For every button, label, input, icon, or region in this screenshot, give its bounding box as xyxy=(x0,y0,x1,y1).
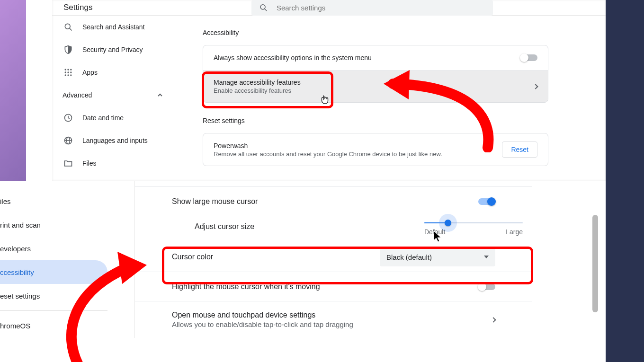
svg-point-0 xyxy=(261,5,266,9)
cursor-color-select[interactable]: Black (default) xyxy=(380,247,495,266)
slider-label: Adjust cursor size xyxy=(195,222,254,231)
svg-point-12 xyxy=(70,74,72,76)
sidebar-item-label: Languages and inputs xyxy=(82,137,148,144)
row-show-large-cursor[interactable]: Show large mouse cursor xyxy=(135,186,532,216)
settings-window-bottom: iles rint and scan evelopers ccessibilit… xyxy=(0,181,599,362)
accessibility-section-title: Accessibility xyxy=(203,29,548,36)
row-sublabel: Allows you to enable/disable tap-to-clic… xyxy=(172,320,353,328)
sidebar-item-print-scan[interactable]: rint and scan xyxy=(0,213,107,237)
reset-button[interactable]: Reset xyxy=(502,141,537,158)
row-label: Manage accessibility features xyxy=(214,79,301,86)
desktop-wallpaper-left xyxy=(0,0,26,181)
svg-point-11 xyxy=(67,74,69,76)
toggle-highlight-cursor[interactable] xyxy=(478,283,495,290)
reset-card: Powerwash Remove all user accounts and r… xyxy=(203,133,548,166)
sidebar-item-files-b[interactable]: iles xyxy=(0,189,107,213)
svg-point-6 xyxy=(70,69,72,71)
sidebar-item-label: Security and Privacy xyxy=(82,46,143,53)
accessibility-card: Always show accessibility options in the… xyxy=(203,45,548,103)
folder-icon xyxy=(63,159,73,168)
apps-grid-icon xyxy=(63,68,73,77)
select-value: Black (default) xyxy=(386,253,432,261)
row-label: Highlight the mouse cursor when it's mov… xyxy=(172,283,320,291)
search-icon xyxy=(259,3,268,12)
row-powerwash: Powerwash Remove all user accounts and r… xyxy=(203,133,548,166)
sidebar-separator xyxy=(0,310,107,311)
settings-header: Settings xyxy=(52,0,606,16)
sidebar-item-languages[interactable]: Languages and inputs xyxy=(52,129,175,152)
search-field[interactable] xyxy=(251,0,493,16)
sidebar-top: Search and Assistant Security and Privac… xyxy=(52,16,175,175)
content-top: Accessibility Always show accessibility … xyxy=(203,16,548,166)
svg-line-1 xyxy=(265,9,267,11)
svg-line-3 xyxy=(70,28,72,31)
sidebar-item-reset-settings[interactable]: eset settings xyxy=(0,284,107,308)
cursor-color-label: Cursor color xyxy=(172,253,213,261)
row-label: Always show accessibility options in the… xyxy=(214,54,372,62)
svg-point-4 xyxy=(65,69,66,71)
svg-point-10 xyxy=(65,74,66,76)
row-adjust-cursor-size: Adjust cursor size Default Large xyxy=(135,216,532,242)
sidebar-item-label: Date and time xyxy=(82,114,124,122)
sidebar-advanced-toggle[interactable]: Advanced xyxy=(52,84,175,106)
svg-point-9 xyxy=(70,71,72,73)
sidebar-item-date-time[interactable]: Date and time xyxy=(52,106,175,129)
settings-title: Settings xyxy=(63,3,92,12)
row-cursor-color: Cursor color Black (default) xyxy=(135,242,532,272)
svg-point-5 xyxy=(67,69,69,71)
advanced-label: Advanced xyxy=(63,91,92,99)
svg-point-7 xyxy=(65,71,66,73)
svg-point-2 xyxy=(65,24,70,29)
row-sublabel: Enable accessibility features xyxy=(214,87,301,94)
row-always-show-accessibility[interactable]: Always show accessibility options in the… xyxy=(203,45,548,70)
desktop-wallpaper-right xyxy=(606,0,644,362)
dropdown-icon xyxy=(484,256,489,258)
sidebar-item-files[interactable]: Files xyxy=(52,152,175,175)
cursor-size-slider[interactable] xyxy=(424,222,523,223)
content-bottom: Show large mouse cursor Adjust cursor si… xyxy=(134,181,532,338)
sidebar-bottom: iles rint and scan evelopers ccessibilit… xyxy=(0,181,107,337)
sidebar-item-search-assistant[interactable]: Search and Assistant xyxy=(52,16,175,38)
globe-icon xyxy=(63,136,73,145)
clock-icon xyxy=(63,113,73,123)
row-open-mouse-settings[interactable]: Open mouse and touchpad device settings … xyxy=(135,301,532,338)
row-label: Powerwash xyxy=(214,142,442,150)
settings-window-top: Settings Search and Assistant Security a… xyxy=(52,0,606,181)
toggle-large-cursor[interactable] xyxy=(478,198,495,205)
row-sublabel: Remove all user accounts and reset your … xyxy=(214,150,442,158)
chevron-right-icon xyxy=(491,317,496,322)
toggle-always-show[interactable] xyxy=(520,54,537,61)
row-highlight-cursor[interactable]: Highlight the mouse cursor when it's mov… xyxy=(135,272,532,301)
sidebar-item-accessibility[interactable]: ccessibility xyxy=(0,260,107,284)
scrollbar-thumb[interactable] xyxy=(592,215,598,312)
search-icon xyxy=(63,22,73,32)
svg-point-8 xyxy=(67,71,69,73)
sidebar-item-chromeos[interactable]: hromeOS xyxy=(0,314,107,337)
sidebar-item-label: Search and Assistant xyxy=(82,23,145,31)
sidebar-item-apps[interactable]: Apps xyxy=(52,61,175,84)
slider-max-label: Large xyxy=(506,228,523,236)
chevron-right-icon xyxy=(533,84,538,89)
row-manage-accessibility[interactable]: Manage accessibility features Enable acc… xyxy=(203,70,548,102)
sidebar-item-security[interactable]: Security and Privacy xyxy=(52,38,175,61)
row-label: Open mouse and touchpad device settings xyxy=(172,311,353,319)
search-input[interactable] xyxy=(277,4,486,12)
chevron-up-icon xyxy=(157,92,163,98)
sidebar-item-label: Apps xyxy=(82,69,98,76)
shield-icon xyxy=(63,45,73,54)
sidebar-item-label: Files xyxy=(82,159,97,167)
sidebar-item-developers[interactable]: evelopers xyxy=(0,237,107,260)
reset-section-title: Reset settings xyxy=(203,117,548,124)
row-label: Show large mouse cursor xyxy=(172,197,258,206)
